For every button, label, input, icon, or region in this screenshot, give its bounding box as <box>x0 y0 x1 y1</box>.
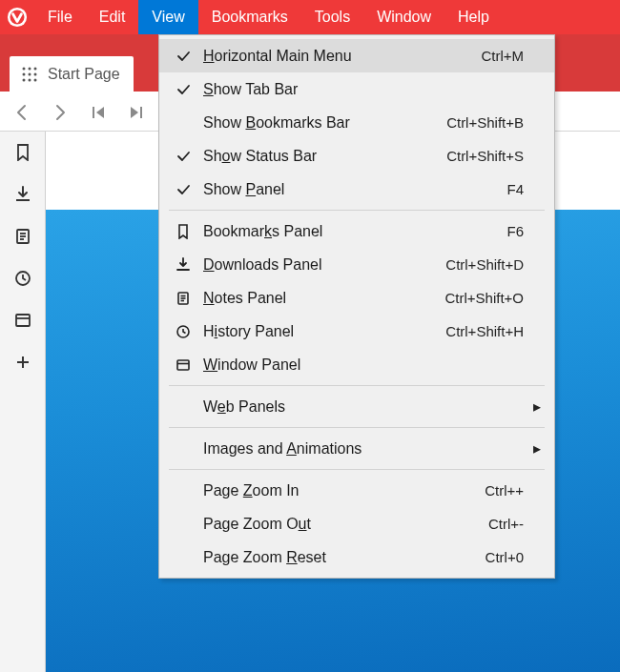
history-icon <box>169 324 197 339</box>
menu-item-animations[interactable]: Images and Animations▸ <box>159 432 554 465</box>
bookmark-icon <box>169 224 197 239</box>
svg-point-3 <box>29 67 31 70</box>
panel-history-button[interactable] <box>11 267 34 290</box>
menu-item-show-tab-bar[interactable]: Show Tab Bar <box>159 72 554 106</box>
menu-file[interactable]: File <box>34 0 86 34</box>
fast-forward-button[interactable] <box>124 100 149 125</box>
svg-rect-19 <box>16 315 30 326</box>
menu-item-shortcut: Ctrl+0 <box>419 549 524 565</box>
menu-bookmarks[interactable]: Bookmarks <box>198 0 301 34</box>
check-icon <box>169 82 197 97</box>
menu-item-label: Show Bookmarks Bar <box>197 114 419 132</box>
tab-start-page[interactable]: Start Page <box>10 56 134 92</box>
menu-item-ut[interactable]: Page Zoom OutCtrl+- <box>159 507 554 540</box>
menu-item-label: History Panel <box>197 323 419 340</box>
menu-item-label: Page Zoom Out <box>197 516 419 533</box>
menu-item-label: Web Panels <box>197 398 419 416</box>
menu-tools[interactable]: Tools <box>301 0 363 34</box>
menu-item-shortcut: Ctrl+Shift+D <box>419 256 524 273</box>
menu-item-label: Horizontal Main Menu <box>197 48 419 65</box>
menu-item-downloads-panel[interactable]: Downloads PanelCtrl+Shift+D <box>159 248 554 281</box>
chevron-right-icon: ▸ <box>524 439 541 458</box>
menu-separator <box>169 385 545 386</box>
side-panel <box>0 132 46 672</box>
check-icon <box>169 49 197 64</box>
menu-item-shortcut: Ctrl+Shift+S <box>419 148 524 164</box>
view-menu-dropdown: Horizontal Main MenuCtrl+MShow Tab BarSh… <box>158 34 555 579</box>
menu-item-label: Page Zoom In <box>197 482 419 499</box>
vivaldi-logo-icon[interactable] <box>0 0 34 34</box>
menu-item-eb-panels[interactable]: Web Panels▸ <box>159 390 554 423</box>
menu-item-label: Show Tab Bar <box>197 81 419 98</box>
back-button[interactable] <box>10 100 34 125</box>
menu-item-label: Notes Panel <box>197 290 419 307</box>
svg-rect-28 <box>177 360 189 370</box>
chevron-right-icon: ▸ <box>524 397 541 416</box>
panel-window-button[interactable] <box>11 309 34 332</box>
svg-point-4 <box>34 67 37 70</box>
menu-item-shortcut: Ctrl+Shift+O <box>419 290 524 306</box>
menu-item-bookmarks-bar[interactable]: Show Bookmarks BarCtrl+Shift+B <box>159 106 554 139</box>
menu-separator <box>169 427 545 428</box>
menu-item-zoom-in[interactable]: Page Zoom InCtrl++ <box>159 474 554 507</box>
menu-item-label: Downloads Panel <box>197 256 419 274</box>
forward-button[interactable] <box>48 100 72 125</box>
svg-point-9 <box>29 78 31 81</box>
menu-item-window-panel[interactable]: Window Panel <box>159 348 554 381</box>
panel-bookmarks-button[interactable] <box>11 141 34 164</box>
menu-separator <box>169 210 545 211</box>
apps-grid-icon <box>17 62 42 87</box>
svg-point-7 <box>34 72 37 75</box>
menu-item-ow-status-bar[interactable]: Show Status BarCtrl+Shift+S <box>159 139 554 173</box>
menu-separator <box>169 469 545 470</box>
check-icon <box>169 149 197 164</box>
rewind-button[interactable] <box>86 100 111 125</box>
menu-item-label: Window Panel <box>197 356 419 374</box>
menu-item-shortcut: F4 <box>419 181 524 197</box>
menu-item-shortcut: F6 <box>419 223 524 239</box>
svg-point-8 <box>23 78 26 81</box>
menu-window[interactable]: Window <box>363 0 444 34</box>
menubar: File Edit View Bookmarks Tools Window He… <box>0 0 620 34</box>
menu-item-ks-panel[interactable]: Bookmarks PanelF6 <box>159 214 554 248</box>
svg-rect-11 <box>93 107 94 118</box>
download-icon <box>169 257 197 273</box>
menu-item-istory-panel[interactable]: History PanelCtrl+Shift+H <box>159 315 554 348</box>
panel-add-button[interactable] <box>11 351 34 374</box>
menu-item-shortcut: Ctrl++ <box>419 482 524 499</box>
menu-item-shortcut: Ctrl+Shift+H <box>419 323 524 339</box>
menu-item-shortcut: Ctrl+M <box>419 48 524 64</box>
tab-label: Start Page <box>48 66 120 83</box>
menu-item-panel[interactable]: Show PanelF4 <box>159 173 554 206</box>
svg-point-6 <box>29 72 31 75</box>
panel-notes-button[interactable] <box>11 225 34 248</box>
check-icon <box>169 182 197 197</box>
svg-rect-12 <box>140 107 142 118</box>
menu-item-label: Bookmarks Panel <box>197 223 419 240</box>
svg-point-5 <box>23 72 26 75</box>
menu-view[interactable]: View <box>138 0 197 34</box>
notes-icon <box>169 291 197 306</box>
menu-item-notes-panel[interactable]: Notes PanelCtrl+Shift+O <box>159 281 554 315</box>
svg-rect-13 <box>16 199 30 201</box>
window-icon <box>169 357 197 373</box>
panel-downloads-button[interactable] <box>11 183 34 206</box>
menu-item-label: Images and Animations <box>197 440 419 458</box>
menu-item-label: Show Panel <box>197 181 419 198</box>
svg-point-2 <box>23 67 26 70</box>
menu-item-label: Show Status Bar <box>197 148 419 165</box>
menu-item-horizontal-main-menu[interactable]: Horizontal Main MenuCtrl+M <box>159 39 554 72</box>
menu-item-label: Page Zoom Reset <box>197 549 419 566</box>
menu-item-shortcut: Ctrl+- <box>419 516 524 532</box>
menu-edit[interactable]: Edit <box>86 0 139 34</box>
menu-item-shortcut: Ctrl+Shift+B <box>419 114 524 131</box>
svg-point-10 <box>34 78 37 81</box>
menu-help[interactable]: Help <box>444 0 503 34</box>
menu-item-reset[interactable]: Page Zoom ResetCtrl+0 <box>159 540 554 574</box>
